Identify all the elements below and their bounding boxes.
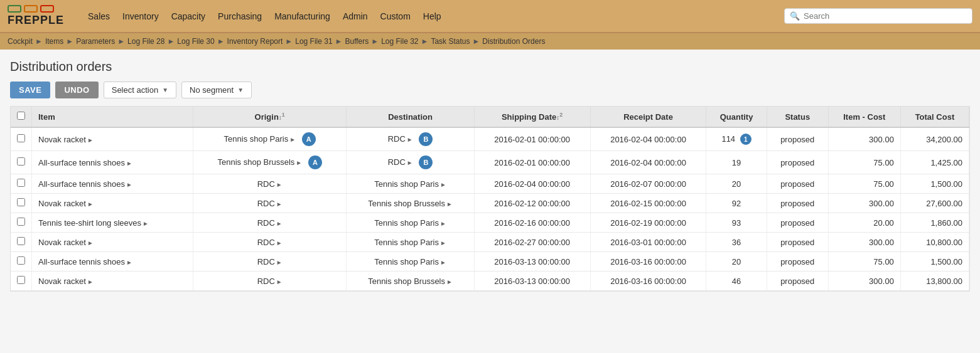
row-checkbox-cell[interactable]: [11, 174, 32, 194]
origin-link-icon[interactable]: ►: [276, 201, 283, 208]
col-status[interactable]: Status: [767, 107, 828, 127]
row-shipping-date: 2016-03-13 00:00:00: [474, 252, 590, 271]
origin-link-icon[interactable]: ►: [289, 136, 296, 143]
row-checkbox[interactable]: [17, 134, 25, 142]
search-icon: 🔍: [790, 11, 800, 21]
row-destination: Tennis shop Paris►: [347, 252, 474, 271]
col-total-cost[interactable]: Total Cost: [900, 107, 969, 127]
row-origin: Tennis shop Paris► A: [193, 127, 346, 151]
nav-item-inventory[interactable]: Inventory: [117, 9, 164, 24]
breadcrumb-cockpit[interactable]: Cockpit: [8, 37, 33, 46]
destination-badge: B: [419, 132, 433, 146]
search-box[interactable]: 🔍: [784, 8, 972, 24]
row-receipt-date: 2016-03-16 00:00:00: [590, 252, 706, 271]
item-link-icon[interactable]: ►: [143, 220, 149, 227]
save-button[interactable]: SAVE: [10, 82, 50, 98]
dest-link-icon[interactable]: ►: [440, 240, 446, 246]
row-checkbox[interactable]: [17, 276, 25, 284]
dest-link-icon[interactable]: ►: [440, 181, 446, 188]
dest-link-icon[interactable]: ►: [407, 159, 413, 166]
dest-link-icon[interactable]: ►: [446, 201, 453, 208]
select-all-checkbox-header[interactable]: [11, 107, 32, 127]
row-item: Novak racket►: [32, 271, 193, 291]
col-item-cost[interactable]: Item - Cost: [828, 107, 900, 127]
breadcrumb-logfile28[interactable]: Log File 28: [127, 37, 164, 46]
row-item-cost: 300.00: [828, 271, 900, 291]
origin-link-icon[interactable]: ►: [276, 240, 283, 246]
nav-item-purchasing[interactable]: Purchasing: [213, 9, 267, 24]
logo[interactable]: FREPPLE: [8, 5, 64, 27]
nav-item-help[interactable]: Help: [418, 9, 446, 24]
breadcrumb-buffers[interactable]: Buffers: [345, 37, 369, 46]
item-link-icon[interactable]: ►: [87, 240, 94, 246]
select-all-checkbox[interactable]: [17, 112, 25, 120]
dest-link-icon[interactable]: ►: [440, 220, 446, 227]
table-row: All-surface tennis shoes► RDC► Tennis sh…: [11, 174, 969, 194]
row-item-cost: 20.00: [828, 213, 900, 233]
row-total-cost: 34,200.00: [900, 127, 969, 151]
col-quantity[interactable]: Quantity: [706, 107, 767, 127]
nav-item-custom[interactable]: Custom: [375, 9, 416, 24]
search-input[interactable]: [804, 11, 967, 21]
origin-link-icon[interactable]: ►: [276, 259, 283, 266]
row-checkbox-cell[interactable]: [11, 271, 32, 291]
breadcrumb-logfile32[interactable]: Log File 32: [381, 37, 418, 46]
select-action-dropdown[interactable]: Select action ▼: [104, 82, 176, 98]
item-link-icon[interactable]: ►: [126, 259, 132, 266]
nav-item-manufacturing[interactable]: Manufacturing: [269, 9, 335, 24]
row-checkbox[interactable]: [17, 198, 25, 206]
breadcrumb-logfile30[interactable]: Log File 30: [177, 37, 214, 46]
item-link-icon[interactable]: ►: [87, 278, 94, 285]
nav-item-capacity[interactable]: Capacity: [166, 9, 210, 24]
breadcrumb-distribution-orders[interactable]: Distribution Orders: [482, 37, 545, 46]
no-segment-dropdown[interactable]: No segment ▼: [181, 82, 252, 98]
row-checkbox[interactable]: [17, 237, 25, 245]
table-row: All-surface tennis shoes► RDC► Tennis sh…: [11, 252, 969, 271]
item-link-icon[interactable]: ►: [126, 160, 132, 167]
col-destination[interactable]: Destination: [347, 107, 474, 127]
breadcrumb-logfile31[interactable]: Log File 31: [295, 37, 332, 46]
origin-link-icon[interactable]: ►: [276, 278, 283, 285]
breadcrumb-items[interactable]: Items: [45, 37, 63, 46]
row-item: Novak racket►: [32, 194, 193, 213]
row-checkbox[interactable]: [17, 157, 25, 166]
breadcrumb-parameters[interactable]: Parameters: [76, 37, 115, 46]
item-link-icon[interactable]: ►: [87, 201, 94, 208]
table-row: Novak racket► RDC► Tennis shop Paris► 20…: [11, 233, 969, 252]
nav-item-admin[interactable]: Admin: [338, 9, 373, 24]
row-origin: RDC►: [193, 271, 346, 291]
row-quantity: 36: [706, 233, 767, 252]
row-checkbox-cell[interactable]: [11, 252, 32, 271]
item-link-icon[interactable]: ►: [126, 181, 132, 188]
col-receipt-date[interactable]: Receipt Date: [590, 107, 706, 127]
origin-link-icon[interactable]: ►: [276, 220, 283, 227]
dest-link-icon[interactable]: ►: [407, 136, 413, 143]
undo-button[interactable]: UNDO: [55, 82, 98, 98]
row-receipt-date: 2016-02-04 00:00:00: [590, 127, 706, 151]
row-checkbox[interactable]: [17, 218, 25, 226]
table-row: Novak racket► RDC► Tennis shop Brussels►…: [11, 271, 969, 291]
row-checkbox-cell[interactable]: [11, 194, 32, 213]
row-quantity: 92: [706, 194, 767, 213]
col-shipping-date[interactable]: Shipping Date↕2: [474, 107, 590, 127]
col-item[interactable]: Item: [32, 107, 193, 127]
breadcrumb-inventory-report[interactable]: Inventory Report: [227, 37, 283, 46]
row-checkbox-cell[interactable]: [11, 233, 32, 252]
row-checkbox[interactable]: [17, 256, 25, 265]
origin-link-icon[interactable]: ►: [276, 181, 283, 188]
row-checkbox[interactable]: [17, 179, 25, 187]
row-status: proposed: [767, 174, 828, 194]
row-status: proposed: [767, 194, 828, 213]
item-link-icon[interactable]: ►: [87, 137, 94, 144]
row-checkbox-cell[interactable]: [11, 213, 32, 233]
origin-link-icon[interactable]: ►: [296, 159, 302, 166]
col-origin[interactable]: Origin↕1: [193, 107, 346, 127]
row-checkbox-cell[interactable]: [11, 127, 32, 151]
row-destination: Tennis shop Brussels►: [347, 271, 474, 291]
nav-item-sales[interactable]: Sales: [83, 9, 115, 24]
dest-link-icon[interactable]: ►: [440, 259, 446, 266]
row-checkbox-cell[interactable]: [11, 151, 32, 174]
dest-link-icon[interactable]: ►: [446, 278, 453, 285]
breadcrumb-task-status[interactable]: Task Status: [431, 37, 470, 46]
row-status: proposed: [767, 271, 828, 291]
